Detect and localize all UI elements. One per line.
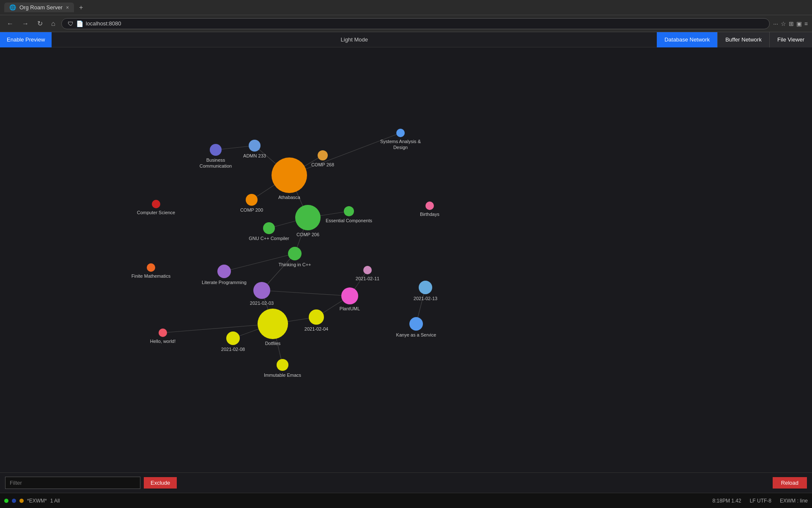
new-tab-button[interactable]: +	[77, 2, 85, 13]
svg-text:PlantUML: PlantUML	[340, 306, 360, 311]
svg-text:Essential Components: Essential Components	[326, 218, 373, 223]
workspace-label: *EXWM*	[27, 498, 47, 504]
svg-text:Birthdays: Birthdays	[420, 212, 439, 217]
svg-text:Finite Mathematics: Finite Mathematics	[132, 273, 171, 279]
browser-actions: ··· ☆ ⊞ ▣ ≡	[773, 20, 808, 27]
tab-database-network[interactable]: Database Network	[657, 32, 717, 47]
mode-label: EXWM : line	[780, 498, 808, 504]
svg-line-12	[262, 290, 350, 296]
status-dot-orange	[19, 499, 24, 503]
svg-text:2021-02-13: 2021-02-13	[414, 296, 437, 301]
svg-point-44	[288, 247, 302, 260]
svg-text:COMP 206: COMP 206	[296, 232, 319, 237]
svg-text:GNU C++ Compiler: GNU C++ Compiler	[249, 236, 289, 241]
svg-point-50	[363, 266, 372, 274]
collections-icon[interactable]: ⊞	[789, 20, 794, 27]
svg-point-46	[147, 263, 155, 272]
svg-text:Athabasca: Athabasca	[278, 195, 301, 200]
url-text: localhost:8080	[86, 20, 121, 27]
svg-text:2021-02-08: 2021-02-08	[221, 347, 245, 352]
svg-text:2021-02-04: 2021-02-04	[304, 326, 328, 331]
svg-point-34	[152, 200, 160, 208]
svg-point-25	[318, 150, 328, 160]
svg-point-64	[226, 331, 240, 345]
svg-point-68	[277, 359, 288, 371]
svg-text:2021-02-11: 2021-02-11	[356, 276, 379, 281]
svg-text:COMP 268: COMP 268	[311, 162, 334, 167]
enable-preview-button[interactable]: Enable Preview	[0, 32, 52, 47]
tab-buffer-network[interactable]: Buffer Network	[717, 32, 769, 47]
browser-tab[interactable]: 🌐 Org Roam Server ×	[4, 3, 74, 12]
tab-file-viewer[interactable]: File Viewer	[769, 32, 812, 47]
svg-text:Communication: Communication	[200, 163, 232, 168]
svg-point-66	[159, 329, 167, 337]
svg-text:Dotfiles: Dotfiles	[265, 341, 281, 346]
main-canvas: BusinessCommunicationADMN 233COMP 268Sys…	[0, 47, 812, 472]
back-button[interactable]: ←	[4, 18, 16, 29]
filter-input[interactable]	[5, 477, 140, 489]
svg-text:Computer Science: Computer Science	[137, 210, 176, 215]
svg-point-40	[263, 222, 275, 234]
address-bar[interactable]: 🛡 📄 localhost:8080	[61, 18, 770, 29]
status-dot-blue	[12, 499, 16, 503]
desktop-label: 1 All	[50, 498, 60, 504]
tab-title: Org Roam Server	[19, 4, 63, 11]
svg-text:Literate Programming: Literate Programming	[202, 280, 247, 285]
status-dot-green	[4, 499, 8, 503]
svg-point-38	[344, 206, 354, 216]
svg-line-19	[163, 324, 273, 333]
svg-point-23	[249, 140, 261, 152]
filter-bar: Exclude Reload	[0, 472, 812, 493]
time-label: 8:18PM 1.42	[713, 498, 741, 504]
light-mode-label: Light Mode	[52, 36, 657, 43]
svg-point-30	[272, 157, 307, 193]
svg-point-36	[295, 205, 321, 230]
svg-point-56	[419, 281, 432, 294]
svg-text:Design: Design	[393, 145, 408, 150]
menu-icon[interactable]: ≡	[804, 20, 808, 27]
svg-point-20	[210, 144, 222, 156]
status-right: 8:18PM 1.42 LF UTF-8 EXWM : line	[713, 498, 808, 504]
refresh-button[interactable]: ↻	[35, 18, 45, 29]
more-button[interactable]: ···	[773, 20, 778, 27]
reload-button[interactable]: Reload	[773, 477, 807, 489]
bookmark-icon[interactable]: ☆	[781, 20, 786, 27]
status-bar: *EXWM* 1 All 8:18PM 1.42 LF UTF-8 EXWM :…	[0, 493, 812, 508]
svg-text:Business: Business	[206, 157, 225, 163]
forward-button[interactable]: →	[19, 18, 31, 29]
svg-point-58	[409, 317, 423, 331]
svg-text:Kanye as a Service: Kanye as a Service	[396, 332, 436, 337]
svg-point-60	[258, 309, 288, 339]
svg-point-62	[309, 309, 324, 325]
network-graph: BusinessCommunicationADMN 233COMP 268Sys…	[0, 47, 812, 472]
svg-text:2021-02-03: 2021-02-03	[250, 301, 274, 306]
security-icon: 🛡	[68, 20, 74, 27]
svg-point-48	[217, 265, 231, 278]
svg-text:Systems Analysis &: Systems Analysis &	[380, 139, 421, 144]
nav-tabs: Database Network Buffer Network File Vie…	[657, 32, 812, 47]
svg-point-52	[253, 282, 270, 299]
svg-text:Hello, world!: Hello, world!	[150, 339, 176, 344]
browser-titlebar: 🌐 Org Roam Server × +	[0, 0, 812, 15]
app-toolbar: Enable Preview Light Mode Database Netwo…	[0, 32, 812, 47]
svg-text:ADMN 233: ADMN 233	[243, 153, 266, 158]
svg-text:Thinking in C++: Thinking in C++	[278, 262, 311, 267]
svg-point-42	[425, 202, 434, 210]
exclude-button[interactable]: Exclude	[144, 477, 177, 489]
home-button[interactable]: ⌂	[49, 18, 58, 29]
svg-text:Immutable Emacs: Immutable Emacs	[264, 373, 302, 378]
tab-close-button[interactable]: ×	[66, 5, 69, 11]
svg-point-32	[246, 194, 258, 206]
tab-favicon: 🌐	[9, 4, 16, 11]
svg-text:COMP 200: COMP 200	[240, 207, 263, 213]
svg-point-54	[341, 287, 358, 304]
encoding-label: LF UTF-8	[750, 498, 771, 504]
tabs-icon[interactable]: ▣	[796, 20, 802, 27]
page-icon: 📄	[76, 20, 83, 27]
browser-toolbar: ← → ↻ ⌂ 🛡 📄 localhost:8080 ··· ☆ ⊞ ▣ ≡	[0, 15, 812, 32]
svg-point-27	[396, 129, 405, 137]
